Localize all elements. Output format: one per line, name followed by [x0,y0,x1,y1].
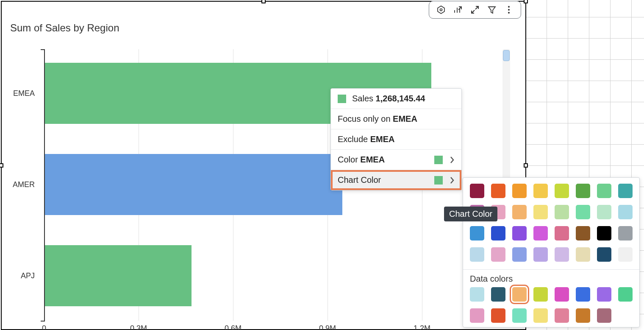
palette-swatch[interactable] [618,184,633,198]
expand-icon[interactable] [469,4,481,16]
color-swatch-icon [434,176,443,185]
tooltip-value-row: Sales 1,268,145.44 [331,89,461,109]
palette-swatch[interactable] [470,226,484,241]
svg-point-4 [508,12,510,14]
chevron-right-icon [450,156,455,164]
chevron-right-icon [450,176,455,184]
palette-swatch[interactable] [618,226,633,241]
palette-swatch[interactable] [470,247,484,262]
palette-swatch[interactable] [576,205,590,219]
chart-scrollbar-thumb[interactable] [503,50,510,61]
data-color-swatch[interactable] [576,308,590,323]
data-source-icon[interactable] [435,4,447,16]
svg-point-3 [508,9,510,11]
data-color-swatch[interactable] [533,308,548,323]
resize-handle-top[interactable] [261,0,266,3]
bar-apj[interactable] [45,245,192,306]
palette-swatch[interactable] [576,226,590,241]
data-color-swatch[interactable] [491,287,505,302]
color-item[interactable]: Color EMEA [331,150,461,170]
more-options-icon[interactable] [503,4,515,16]
x-axis-label: 0 [42,324,46,330]
palette-swatch[interactable] [576,184,590,198]
palette-swatch[interactable] [555,205,569,219]
tooltip-text: Sales 1,268,145.44 [352,94,425,103]
data-color-swatch[interactable] [618,287,633,302]
data-color-swatch[interactable] [555,308,569,323]
palette-swatch[interactable] [533,205,548,219]
bar-amer[interactable] [45,154,342,215]
series-name: Sales [352,94,373,103]
palette-swatch[interactable] [618,205,633,219]
chart-color-tooltip: Chart Color [444,207,497,221]
y-axis-label: EMEA [13,89,35,98]
palette-swatch[interactable] [491,184,505,198]
resize-handle-right[interactable] [524,163,528,168]
chart-toolbar [429,1,521,19]
palette-swatch[interactable] [555,247,569,262]
resize-handle-left[interactable] [0,163,3,168]
svg-marker-0 [438,6,444,14]
color-picker-panel: Data colors [463,177,640,327]
data-colors-grid [463,285,639,323]
bar-context-menu: Sales 1,268,145.44 Focus only on EMEA Ex… [330,88,462,190]
y-axis-label: APJ [21,271,35,280]
palette-swatch[interactable] [491,226,505,241]
color-swatch-icon [434,156,443,164]
focus-only-item[interactable]: Focus only on EMEA [331,109,461,129]
panel-divider [463,269,639,270]
exclude-item[interactable]: Exclude EMEA [331,129,461,150]
palette-swatch[interactable] [512,205,527,219]
x-axis-label: 0.9M [319,324,336,330]
data-color-swatch[interactable] [512,287,527,302]
svg-point-1 [440,9,442,11]
data-color-swatch[interactable] [491,308,505,323]
palette-swatch[interactable] [576,247,590,262]
filter-icon[interactable] [486,4,498,16]
axis-tick [41,49,45,50]
palette-swatch[interactable] [555,184,569,198]
palette-swatch[interactable] [555,226,569,241]
palette-grid [463,178,639,268]
palette-swatch[interactable] [512,247,527,262]
palette-swatch[interactable] [512,226,527,241]
series-color-swatch [338,95,346,103]
palette-swatch[interactable] [512,184,527,198]
palette-swatch[interactable] [533,226,548,241]
edit-chart-icon[interactable] [452,4,464,16]
palette-swatch[interactable] [533,247,548,262]
palette-swatch[interactable] [470,184,484,198]
y-axis-label: AMER [13,180,35,189]
svg-point-2 [508,6,510,8]
x-axis-label: 1.2M [414,324,430,330]
data-color-swatch[interactable] [470,287,484,302]
x-axis-label: 0.3M [130,324,147,330]
data-colors-heading: Data colors [463,274,639,285]
axis-tick [41,321,45,322]
palette-swatch[interactable] [597,226,611,241]
data-color-swatch[interactable] [555,287,569,302]
palette-swatch[interactable] [597,205,611,219]
data-color-swatch[interactable] [576,287,590,302]
resize-handle-top-right[interactable] [524,0,528,3]
data-color-swatch[interactable] [512,308,527,323]
palette-swatch[interactable] [597,184,611,198]
palette-swatch[interactable] [597,247,611,262]
data-color-swatch[interactable] [597,287,611,302]
series-value: 1,268,145.44 [376,94,425,103]
chart-color-item[interactable]: Chart Color [331,170,461,190]
data-color-swatch[interactable] [470,308,484,323]
data-color-swatch[interactable] [597,308,611,323]
data-color-swatch[interactable] [533,287,548,302]
x-axis-label: 0.6M [225,324,242,330]
palette-swatch[interactable] [618,247,633,262]
chart-title: Sum of Sales by Region [10,22,119,34]
palette-swatch[interactable] [533,184,548,198]
palette-swatch[interactable] [491,247,505,262]
